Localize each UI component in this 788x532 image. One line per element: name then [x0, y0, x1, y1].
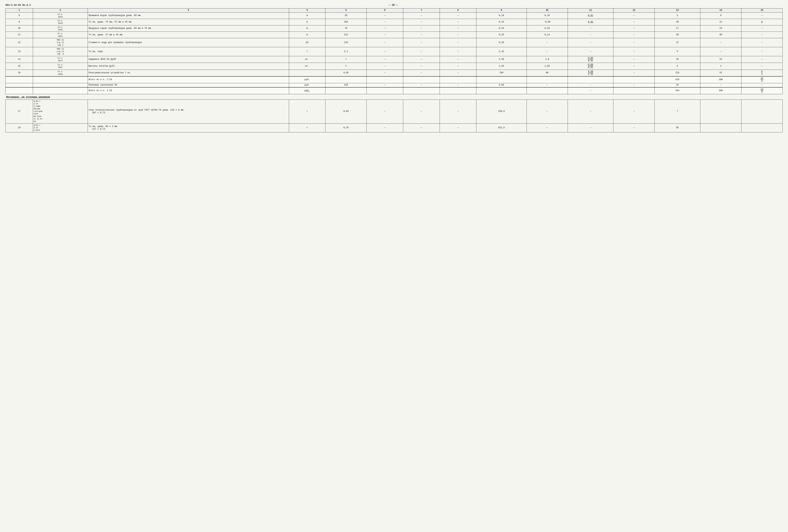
- col-header-8: 8: [440, 8, 476, 13]
- fraction-value: 14 4: [761, 88, 763, 94]
- summary-col12: —: [613, 83, 654, 87]
- row-col5: 110: [326, 38, 367, 47]
- summary-col14: —: [700, 83, 741, 87]
- row-description: Промывка водой трубопроводов диам. 89 мм: [88, 13, 289, 19]
- row-col15: —: [741, 13, 783, 19]
- row-unit: м: [289, 19, 326, 25]
- fraction-denominator: 4: [761, 80, 763, 83]
- row-col8: —: [440, 56, 476, 63]
- row-unit: шт.: [289, 63, 326, 69]
- row-col15: [741, 100, 783, 124]
- row-col9: 230,8: [476, 100, 527, 124]
- col-header-10: 10: [527, 8, 568, 13]
- summary-col15: —: [741, 83, 783, 87]
- row-col11: 0,01: [568, 19, 613, 25]
- col-header-1: 1: [5, 8, 33, 13]
- row-col6: —: [367, 38, 403, 47]
- row-col11: —: [568, 25, 613, 32]
- summary-col7: —: [403, 83, 440, 87]
- row-description-sub: 307 х 0,75: [88, 111, 105, 114]
- row-col13: 28: [654, 56, 700, 63]
- row-unit: м: [289, 13, 326, 19]
- row-col14: [700, 124, 741, 132]
- fraction-value: 0,04 0,01: [588, 57, 593, 62]
- row-col5: 79: [326, 25, 367, 32]
- row-col11: 0,01: [568, 13, 613, 19]
- summary-col7: [403, 87, 440, 94]
- row-col12: —: [613, 47, 654, 56]
- fraction-numerator: 6,58: [588, 70, 593, 73]
- fraction-value: 0,08 0,01: [588, 64, 593, 69]
- row-col11: —: [568, 47, 613, 56]
- row-description: Узлы технологических трубопроводов из тр…: [88, 100, 289, 124]
- row-col12: —: [613, 124, 654, 132]
- summary-col11: [568, 76, 613, 83]
- materials-header-row: Материалы, не учтенные ценником: [5, 94, 783, 100]
- row-description: То же, диам. 89 х 3 мм 4I7 х 0,75: [88, 124, 289, 132]
- summary-col8: [440, 87, 476, 94]
- row-col5: 28: [326, 13, 367, 19]
- row-unit: т: [289, 100, 326, 124]
- row-col6: —: [367, 47, 403, 56]
- row-num: 10: [5, 25, 33, 32]
- table-row: 12 ПМО I2отд IIтаб.2 Стоимость воды для …: [5, 38, 783, 47]
- row-num: 16: [5, 69, 33, 76]
- row-description: То же, пара: [88, 47, 289, 56]
- row-col13: 27: [654, 25, 700, 32]
- row-col14: [700, 100, 741, 124]
- row-col7: —: [403, 69, 440, 76]
- row-col6: —: [367, 100, 403, 124]
- fraction-numerator: 6: [761, 70, 763, 73]
- table-row: 18 Ц.Ич.Jр.IXп.257I То же, диам. 89 х 3 …: [5, 124, 783, 132]
- row-col12: —: [613, 38, 654, 47]
- row-col7: —: [403, 32, 440, 38]
- row-col8: —: [440, 25, 476, 32]
- row-col13: 56: [654, 124, 700, 132]
- row-col14: 80: [700, 32, 741, 38]
- row-col9: 0,25: [476, 32, 527, 38]
- summary-col11: —: [568, 83, 613, 87]
- summary-col8: —: [440, 83, 476, 87]
- summary-col6: [367, 87, 403, 94]
- summary-col13: 4I9: [654, 76, 700, 83]
- main-table: 1 2 3 4 5 6 7 8 9 10 11 12 13 14 15 8 I2…: [5, 8, 783, 132]
- row-col9: 2,42: [476, 47, 527, 56]
- row-code: I2-у-2019: [33, 13, 88, 19]
- table-row: 9 I2-у-2018 То же, диам. 76 мм, 57 мм и …: [5, 19, 783, 25]
- table-row: 11 I2-у-2032 То же, диам. 57 мм и 45 мм …: [5, 32, 783, 38]
- row-col5: 0,85: [326, 69, 367, 76]
- row-num: 9: [5, 19, 33, 25]
- table-row: 16 I2-у-3505 Разогревательное устройство…: [5, 69, 783, 76]
- row-col14: I6: [700, 25, 741, 32]
- row-col14: 3: [700, 63, 741, 69]
- row-code: I2-у-2074: [33, 56, 88, 63]
- summary-col9: [476, 76, 527, 83]
- summary-col5: 4I9: [326, 83, 367, 87]
- row-col5: 2,1: [326, 47, 367, 56]
- row-col8: —: [440, 38, 476, 47]
- table-row: 14 I2-у-2074 Задвижка ЗКЛ2-I6 Ду50 шт. 7…: [5, 56, 783, 63]
- col-header-13: 13: [654, 8, 700, 13]
- row-col6: —: [367, 56, 403, 63]
- row-col5: 0,03: [326, 100, 367, 124]
- row-description: Вентиль I5с27нж ДуI5: [88, 63, 289, 69]
- row-col15: —: [741, 56, 783, 63]
- row-col14: I3: [700, 56, 741, 63]
- summary-code: [33, 87, 88, 94]
- row-col15: 8: [741, 19, 783, 25]
- value-underlined: 0,01: [588, 14, 593, 17]
- row-col8: —: [440, 19, 476, 25]
- row-num: 18: [5, 124, 33, 132]
- row-col8: —: [440, 100, 476, 124]
- page-number: — 19 —: [389, 4, 398, 6]
- row-col10: —: [527, 100, 568, 124]
- row-num: 11: [5, 32, 33, 38]
- summary-unit: руб.: [289, 76, 326, 83]
- row-code: Ц.Ич.Jр.IXп.1006ПисьмоГосстройСССР№4-231…: [33, 100, 88, 124]
- row-col7: —: [403, 63, 440, 69]
- doc-number: 903-2-19.83 Лл.8.3: [5, 4, 31, 6]
- row-col14: 8: [700, 13, 741, 19]
- col-header-4: 4: [289, 8, 326, 13]
- col-header-2: 2: [33, 8, 88, 13]
- table-row: 15 I2-у-2097 Вентиль I5с27нж ДуI5 шт. 2 …: [5, 63, 783, 69]
